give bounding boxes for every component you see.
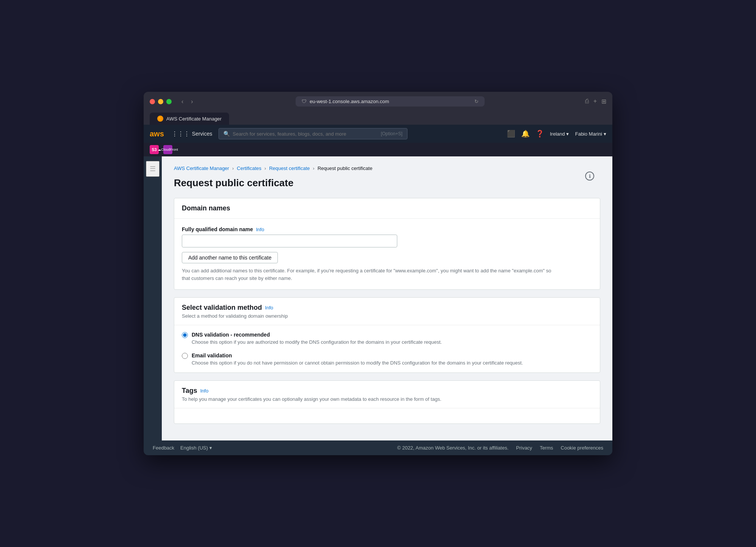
browser-actions: ⎙ + ⊞ <box>585 98 606 105</box>
email-validation-label[interactable]: Email validation <box>192 352 232 358</box>
main-content: ☰ AWS Certificate Manager › Certificates… <box>144 156 612 440</box>
breadcrumb-current: Request public certificate <box>318 165 372 171</box>
browser-window: ‹ › 🛡 eu-west-1.console.aws.amazon.com ↻… <box>144 92 612 455</box>
refresh-icon[interactable]: ↻ <box>474 99 479 104</box>
page-title: Request public certificate <box>174 177 600 189</box>
language-chevron-icon: ▾ <box>209 445 212 451</box>
email-validation-content: Email validation Choose this option if y… <box>192 352 523 366</box>
close-button[interactable] <box>150 99 155 104</box>
new-tab-icon[interactable]: + <box>593 98 597 105</box>
dns-validation-radio[interactable] <box>182 332 188 338</box>
page-content-area: AWS Certificate Manager › Certificates ›… <box>162 156 612 440</box>
share-icon[interactable]: ⎙ <box>585 98 589 105</box>
language-selector[interactable]: English (US) ▾ <box>180 445 212 451</box>
tags-card-body <box>174 408 600 423</box>
help-icon[interactable]: ❓ <box>536 130 544 138</box>
dns-validation-content: DNS validation - recommended Choose this… <box>192 331 442 346</box>
language-label: English (US) <box>180 445 208 451</box>
fqdn-label-text: Fully qualified domain name <box>182 226 253 232</box>
aws-logo: aws <box>150 130 164 138</box>
tags-info-link[interactable]: Info <box>200 388 209 394</box>
domain-names-card-header: Domain names <box>174 198 600 219</box>
copyright-text: © 2022, Amazon Web Services, Inc. or its… <box>397 445 509 451</box>
validation-radio-group: DNS validation - recommended Choose this… <box>174 325 600 372</box>
services-menu-button[interactable]: ⋮⋮⋮ Services <box>172 130 212 138</box>
s3-label: S3 <box>152 147 156 152</box>
validation-method-card: Select validation method Info Select a m… <box>174 297 600 372</box>
browser-controls: ‹ › <box>179 97 195 106</box>
fqdn-info-link[interactable]: Info <box>256 227 264 232</box>
notification-icon[interactable]: 🔔 <box>521 130 530 138</box>
dns-validation-description: Choose this option if you are authorized… <box>192 339 442 346</box>
breadcrumb: AWS Certificate Manager › Certificates ›… <box>174 165 600 171</box>
fqdn-label-row: Fully qualified domain name Info <box>182 226 592 232</box>
forward-button[interactable]: › <box>189 97 195 106</box>
validation-card-header: Select validation method Info Select a m… <box>174 298 600 325</box>
cloudfront-label: ☁ <box>158 148 161 151</box>
footer: Feedback English (US) ▾ © 2022, Amazon W… <box>144 440 612 455</box>
pinned-services-bar: S3 ☁ CloudFront <box>144 143 612 156</box>
privacy-link[interactable]: Privacy <box>516 445 532 451</box>
tab-title: AWS Certificate Manager <box>166 116 222 122</box>
domain-names-title: Domain names <box>182 204 592 212</box>
domain-names-card-body: Fully qualified domain name Info Add ano… <box>174 219 600 289</box>
domain-help-text: You can add additional names to this cer… <box>182 267 552 282</box>
grid-icon: ⋮⋮⋮ <box>172 130 190 138</box>
user-label: Fabio Marini <box>575 131 602 137</box>
email-validation-description: Choose this option if you do not have pe… <box>192 360 523 366</box>
breadcrumb-certificates[interactable]: Certificates <box>237 165 262 171</box>
domain-names-card: Domain names Fully qualified domain name… <box>174 198 600 290</box>
user-menu[interactable]: Fabio Marini ▾ <box>575 131 606 137</box>
footer-left: Feedback English (US) ▾ <box>153 445 212 451</box>
search-icon: 🔍 <box>223 131 230 137</box>
breadcrumb-separator-2: › <box>265 165 266 171</box>
aws-nav-right: ⬛ 🔔 ❓ Ireland ▾ Fabio Marini ▾ <box>507 130 606 138</box>
cookie-preferences-link[interactable]: Cookie preferences <box>561 445 603 451</box>
sidebar: ☰ <box>144 156 162 440</box>
search-shortcut: [Option+S] <box>381 131 402 136</box>
validation-title: Select validation method <box>182 304 262 312</box>
minimize-button[interactable] <box>158 99 163 104</box>
page-content-wrapper: AWS Certificate Manager › Certificates ›… <box>174 165 600 423</box>
maximize-button[interactable] <box>166 99 172 104</box>
search-bar[interactable]: 🔍 [Option+S] <box>218 128 407 139</box>
dns-validation-label[interactable]: DNS validation - recommended <box>192 332 270 338</box>
tags-card: Tags Info To help you manage your certif… <box>174 380 600 424</box>
breadcrumb-separator-3: › <box>313 165 314 171</box>
tags-card-header: Tags Info To help you manage your certif… <box>174 381 600 408</box>
region-chevron-icon: ▾ <box>566 131 569 137</box>
address-bar[interactable]: 🛡 eu-west-1.console.aws.amazon.com ↻ <box>296 96 485 107</box>
fqdn-input[interactable] <box>182 235 397 247</box>
search-input[interactable] <box>233 131 375 137</box>
region-label: Ireland <box>550 131 565 137</box>
sidebar-toggle-button[interactable]: ☰ <box>146 161 160 177</box>
terms-link[interactable]: Terms <box>540 445 553 451</box>
url-text: eu-west-1.console.aws.amazon.com <box>310 99 389 104</box>
grid-icon[interactable]: ⊞ <box>601 98 606 105</box>
breadcrumb-request[interactable]: Request certificate <box>269 165 310 171</box>
services-label: Services <box>192 131 212 137</box>
email-validation-option: Email validation Choose this option if y… <box>182 352 592 366</box>
tab-favicon: 🟠 <box>157 116 163 122</box>
tab-bar: 🟠 AWS Certificate Manager <box>150 110 606 125</box>
cloudfront-text: CloudFront <box>161 148 178 151</box>
traffic-lights <box>150 99 172 104</box>
back-button[interactable]: ‹ <box>179 97 186 106</box>
validation-info-link[interactable]: Info <box>265 305 273 311</box>
terminal-icon[interactable]: ⬛ <box>507 130 515 138</box>
breadcrumb-separator-1: › <box>232 165 234 171</box>
footer-right: © 2022, Amazon Web Services, Inc. or its… <box>397 445 603 451</box>
tab-favicon-icon: 🟠 <box>158 117 163 121</box>
user-chevron-icon: ▾ <box>604 131 606 137</box>
email-validation-radio[interactable] <box>182 353 188 359</box>
address-bar-container: 🛡 eu-west-1.console.aws.amazon.com ↻ <box>200 96 581 107</box>
tags-title: Tags <box>182 387 197 395</box>
tags-description: To help you manage your certificates you… <box>182 396 592 402</box>
browser-chrome: ‹ › 🛡 eu-west-1.console.aws.amazon.com ↻… <box>144 92 612 125</box>
cloudfront-service-icon[interactable]: ☁ CloudFront <box>163 145 172 154</box>
browser-tab[interactable]: 🟠 AWS Certificate Manager <box>150 113 229 125</box>
region-selector[interactable]: Ireland ▾ <box>550 131 569 137</box>
breadcrumb-acm[interactable]: AWS Certificate Manager <box>174 165 229 171</box>
add-name-button[interactable]: Add another name to this certificate <box>182 252 278 263</box>
feedback-button[interactable]: Feedback <box>153 445 174 451</box>
